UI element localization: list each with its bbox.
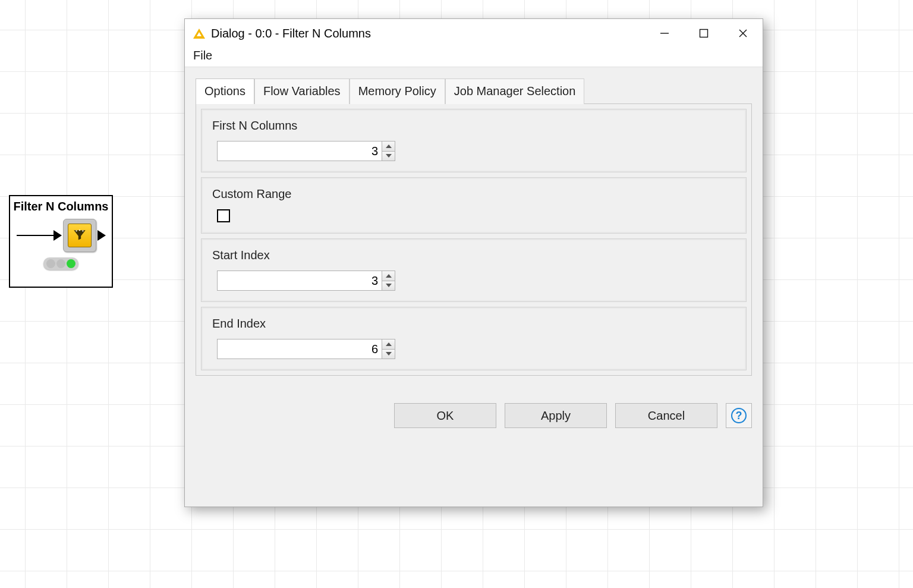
label-first-n-columns: First N Columns <box>212 119 735 133</box>
filter-icon <box>68 224 92 247</box>
label-start-index: Start Index <box>212 249 735 262</box>
triangle-down-icon <box>386 352 392 356</box>
node-connection-line <box>17 235 53 236</box>
spinner-end-index <box>217 339 395 359</box>
status-dot-yellow <box>56 259 65 268</box>
maximize-icon <box>699 29 709 38</box>
dialog-client-area: Options Flow Variables Memory Policy Job… <box>185 67 763 507</box>
triangle-up-icon <box>386 144 392 148</box>
close-icon <box>738 28 748 39</box>
spinner-down-start-index[interactable] <box>382 281 395 291</box>
node-output-port-arrow-icon <box>97 230 106 241</box>
label-end-index: End Index <box>212 317 735 331</box>
minimize-button[interactable] <box>645 19 684 48</box>
tabpanel-options: First N Columns Custom Range Start Index <box>196 103 752 376</box>
svg-point-1 <box>78 229 80 231</box>
spinner-buttons-start-index <box>382 271 395 290</box>
workflow-node-filter-n-columns[interactable]: Filter N Columns <box>9 195 113 288</box>
tabstrip: Options Flow Variables Memory Policy Job… <box>196 78 752 103</box>
svg-point-0 <box>75 230 77 231</box>
label-custom-range: Custom Range <box>212 187 735 201</box>
menu-file[interactable]: File <box>191 48 215 64</box>
tab-options[interactable]: Options <box>196 78 254 104</box>
menubar: File <box>185 48 763 67</box>
node-status-traffic-light <box>43 257 78 270</box>
tab-memory-policy[interactable]: Memory Policy <box>350 78 445 104</box>
triangle-down-icon <box>386 284 392 287</box>
cancel-button[interactable]: Cancel <box>615 403 717 428</box>
node-dialog-window: Dialog - 0:0 - Filter N Columns File Opt… <box>184 18 763 507</box>
spinner-down-end-index[interactable] <box>382 350 395 359</box>
window-title: Dialog - 0:0 - Filter N Columns <box>211 27 645 40</box>
spinner-up-start-index[interactable] <box>382 271 395 281</box>
spinner-up-end-index[interactable] <box>382 339 395 350</box>
titlebar[interactable]: Dialog - 0:0 - Filter N Columns <box>185 19 763 48</box>
svg-rect-4 <box>700 30 708 37</box>
dialog-button-row: OK Apply Cancel ? <box>196 403 752 428</box>
checkbox-custom-range[interactable] <box>217 209 230 222</box>
node-icon-box[interactable] <box>63 219 96 252</box>
spinner-start-index <box>217 271 395 291</box>
status-dot-green <box>67 259 75 268</box>
input-end-index[interactable] <box>218 339 382 359</box>
spinner-down-first-n[interactable] <box>382 152 395 161</box>
node-title: Filter N Columns <box>13 200 108 213</box>
spinner-buttons-first-n <box>382 142 395 161</box>
input-first-n-columns[interactable] <box>218 142 382 161</box>
triangle-up-icon <box>386 274 392 278</box>
help-icon: ? <box>731 408 747 423</box>
tab-job-manager-selection[interactable]: Job Manager Selection <box>445 78 585 104</box>
spinner-first-n-columns <box>217 141 395 161</box>
apply-button[interactable]: Apply <box>505 403 607 428</box>
tab-flow-variables[interactable]: Flow Variables <box>254 78 350 104</box>
workflow-canvas[interactable]: Filter N Columns <box>0 0 913 588</box>
group-end-index: End Index <box>201 307 747 370</box>
node-body <box>10 218 112 253</box>
spinner-up-first-n[interactable] <box>382 142 395 152</box>
triangle-up-icon <box>386 342 392 346</box>
close-button[interactable] <box>723 19 763 48</box>
minimize-icon <box>659 28 670 39</box>
spinner-buttons-end-index <box>382 339 395 359</box>
svg-point-2 <box>82 230 83 231</box>
group-start-index: Start Index <box>201 238 747 302</box>
window-controls <box>645 19 763 48</box>
input-start-index[interactable] <box>218 271 382 290</box>
app-triangle-icon <box>193 29 205 39</box>
help-button[interactable]: ? <box>726 403 752 428</box>
group-first-n-columns: First N Columns <box>201 109 747 172</box>
node-input-port-arrow-icon <box>53 230 62 241</box>
status-dot-red <box>46 259 55 268</box>
triangle-down-icon <box>386 154 392 158</box>
ok-button[interactable]: OK <box>394 403 496 428</box>
maximize-button[interactable] <box>684 19 723 48</box>
group-custom-range: Custom Range <box>201 177 747 234</box>
